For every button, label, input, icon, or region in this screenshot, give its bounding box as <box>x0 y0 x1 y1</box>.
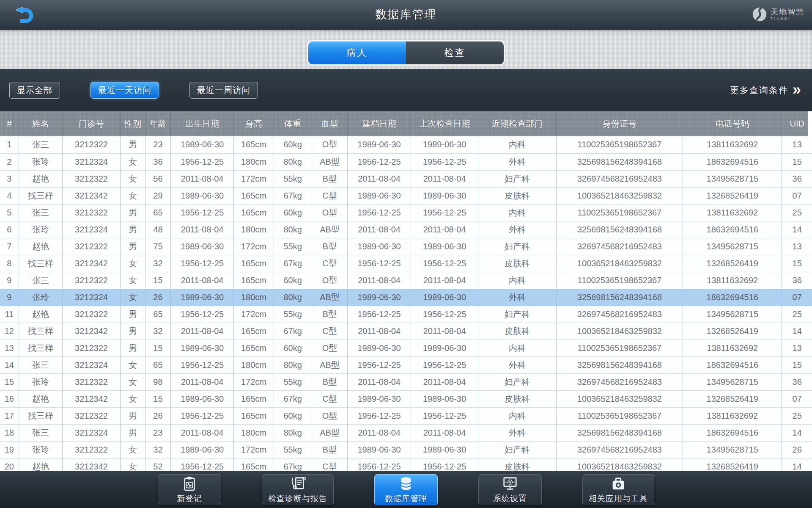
nav-item-related-apps-tools[interactable]: 相关应用与工具 <box>582 474 654 505</box>
table-row[interactable]: 8找三样3212342女321956-12-25165cm67kgC型1956-… <box>0 255 812 272</box>
table-cell: AB型 <box>312 221 347 238</box>
table-cell: 2011-08-04 <box>348 373 411 390</box>
nav-item-exam-diagnosis-report[interactable]: 检查诊断与报告 <box>262 474 334 505</box>
table-cell: 100365218463259832 <box>556 390 683 407</box>
table-cell: 32 <box>145 441 171 458</box>
table-cell: 14 <box>782 221 812 238</box>
table-row[interactable]: 12找三样3212342男322011-08-04165cm67kgC型2011… <box>0 323 812 340</box>
table-cell: 找三样 <box>19 323 63 340</box>
table-cell: 妇产科 <box>478 306 556 323</box>
table-row[interactable]: 11赵艳3212322男651956-12-25172cm55kgB型1956-… <box>0 306 812 323</box>
table-cell: 4 <box>0 187 19 204</box>
table-row[interactable]: 3赵艳3212322女562011-08-04172cm55kgB型2011-0… <box>0 170 812 187</box>
table-cell: C型 <box>312 390 347 407</box>
table-cell: B型 <box>312 373 347 390</box>
last-day-filter-button[interactable]: 最近一天访问 <box>91 82 159 99</box>
filter-bar: 显示全部 最近一天访问 最近一周访问 更多查询条件 » <box>0 69 812 111</box>
table-cell: 2011-08-04 <box>411 373 478 390</box>
table-cell: 13811632692 <box>683 340 782 356</box>
clipboard-pulse-icon <box>181 476 198 492</box>
table-cell: 3212324 <box>63 153 120 170</box>
table-row[interactable]: 1张三3212322男231989-06-30165cm60kgO型1989-0… <box>0 136 812 153</box>
table-row[interactable]: 16赵艳3212342女151989-06-30165cm67kgC型1989-… <box>0 390 812 407</box>
table-cell: 1956-12-25 <box>348 306 411 323</box>
table-cell: C型 <box>312 187 347 204</box>
table-cell: 1989-06-30 <box>170 136 234 153</box>
table-cell: 325698156248394168 <box>556 153 683 170</box>
table-row[interactable]: 6张玲3212324男482011-08-04180cm80kgAB型2011-… <box>0 221 812 238</box>
table-row[interactable]: 19张玲3212322女321989-06-30172cm55kgB型1989-… <box>0 441 812 458</box>
table-cell: 326974568216952483 <box>556 170 683 187</box>
tab-patients[interactable]: 病人 <box>308 41 406 64</box>
table-cell: 1956-12-25 <box>348 153 411 170</box>
table-row[interactable]: 13找三样3212322男151989-06-30165cm60kgO型1989… <box>0 340 812 356</box>
table-cell: 325698156248394168 <box>556 424 683 441</box>
table-cell: 张三 <box>19 356 63 373</box>
nav-label: 检查诊断与报告 <box>268 493 327 504</box>
table-cell: 外科 <box>478 221 556 238</box>
table-cell: 妇产科 <box>478 373 556 390</box>
table-cell: 男 <box>120 424 145 441</box>
table-cell: 67kg <box>274 390 312 407</box>
nav-item-new-registration[interactable]: 新登记 <box>158 474 221 505</box>
table-cell: 98 <box>145 373 171 390</box>
table-cell: 内科 <box>478 272 556 289</box>
table-row[interactable]: 15张玲3212322女982011-08-04172cm55kgB型2011-… <box>0 373 812 390</box>
table-row[interactable]: 7赵艳3212322男751989-06-30172cm55kgB型1989-0… <box>0 238 812 255</box>
patients-table: #姓名门诊号性别年龄出生日期身高体重血型建档日期上次检查日期近期检查部门身份证号… <box>0 111 812 475</box>
table-cell: 2 <box>0 153 19 170</box>
table-cell: 1989-06-30 <box>348 289 411 306</box>
column-header: # <box>0 111 19 136</box>
table-cell: 13495628715 <box>683 238 782 255</box>
table-cell: 1989-06-30 <box>411 340 478 356</box>
table-cell: 1956-12-25 <box>348 204 411 221</box>
table-cell: 赵艳 <box>19 238 63 255</box>
monitor-gear-icon <box>502 476 518 492</box>
table-cell: 3212322 <box>63 306 120 323</box>
table-cell: 2011-08-04 <box>348 272 411 289</box>
show-all-button[interactable]: 显示全部 <box>9 82 60 99</box>
table-cell: 1956-12-25 <box>411 204 478 221</box>
table-row[interactable]: 4找三样3212342女291989-06-30165cm67kgC型1989-… <box>0 187 812 204</box>
table-cell: 妇产科 <box>478 238 556 255</box>
more-filters-button[interactable]: 更多查询条件 » <box>730 83 801 97</box>
table-row[interactable]: 5张三3212322男651956-12-25165cm60kgO型1956-1… <box>0 204 812 221</box>
table-cell: 3212324 <box>63 221 120 238</box>
table-cell: B型 <box>312 306 347 323</box>
table-cell: 男 <box>120 340 145 356</box>
last-week-filter-button[interactable]: 最近一周访问 <box>189 82 258 99</box>
table-cell: 3212324 <box>63 356 120 373</box>
table-cell: 14 <box>0 356 19 373</box>
table-cell: 180cm <box>234 356 274 373</box>
table-row[interactable]: 14张三3212324女651956-12-25180cm80kgAB型1956… <box>0 356 812 373</box>
table-cell: 内科 <box>478 204 556 221</box>
table-cell: 皮肤科 <box>478 390 556 407</box>
table-row[interactable]: 9张三3212322女152011-08-04165cm60kgO型2011-0… <box>0 272 812 289</box>
nav-item-database-management[interactable]: 数据库管理 <box>374 474 438 505</box>
table-cell: 1989-06-30 <box>170 441 234 458</box>
tab-examinations[interactable]: 检查 <box>406 41 504 64</box>
database-icon <box>398 476 414 492</box>
table-cell: 110025365198652367 <box>556 272 683 289</box>
table-cell: 外科 <box>478 289 556 306</box>
table-cell: 80kg <box>274 289 312 306</box>
table-cell: 165cm <box>234 390 274 407</box>
table-row[interactable]: 2张玲3212324女361956-12-25180cm80kgAB型1956-… <box>0 153 812 170</box>
table-cell: AB型 <box>312 289 347 306</box>
table-cell: 皮肤科 <box>478 323 556 340</box>
table-cell: 13811632692 <box>683 407 782 424</box>
nav-item-system-settings[interactable]: 系统设置 <box>478 474 542 505</box>
table-row[interactable]: 9张玲3212324女261989-06-30180cm80kgAB型1989-… <box>0 289 812 306</box>
table-cell: 180cm <box>234 221 274 238</box>
table-row[interactable]: 18张三3212324男232011-08-04180cm80kgAB型2011… <box>0 424 812 441</box>
table-cell: 165cm <box>234 407 274 424</box>
table-cell: 内科 <box>478 340 556 356</box>
table-cell: 3212342 <box>63 323 120 340</box>
column-header: 出生日期 <box>170 111 234 136</box>
table-cell: B型 <box>312 238 347 255</box>
column-header: 血型 <box>312 111 347 136</box>
table-cell: 55kg <box>274 373 312 390</box>
table-cell: 67kg <box>274 323 312 340</box>
table-cell: 36 <box>782 170 812 187</box>
table-row[interactable]: 17找三样3212322男261956-12-25165cm60kgO型1956… <box>0 407 812 424</box>
